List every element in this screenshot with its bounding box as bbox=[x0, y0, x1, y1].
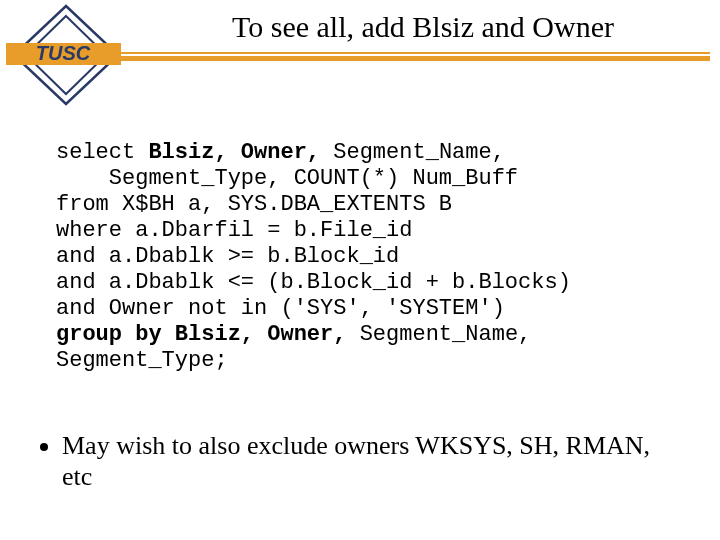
code-line-5: and a.Dbablk >= b.Block_id bbox=[56, 244, 399, 269]
logo-text: TUSC bbox=[36, 42, 91, 64]
title-divider-thin bbox=[110, 52, 710, 54]
code-line-9: Segment_Type; bbox=[56, 348, 228, 373]
code-line-1b-bold: Blsiz, Owner, bbox=[148, 140, 320, 165]
slide: TUSC To see all, add Blsiz and Owner sel… bbox=[0, 0, 720, 540]
title-divider-thick bbox=[110, 56, 710, 61]
code-line-4: where a.Dbarfil = b.File_id bbox=[56, 218, 412, 243]
diamond-icon: TUSC bbox=[6, 0, 126, 110]
code-line-8a-bold: group by Blsiz, Owner, bbox=[56, 322, 346, 347]
code-line-3: from X$BH a, SYS.DBA_EXTENTS B bbox=[56, 192, 452, 217]
bullet-item: May wish to also exclude owners WKSYS, S… bbox=[62, 430, 660, 492]
sql-code-block: select Blsiz, Owner, Segment_Name, Segme… bbox=[56, 140, 571, 374]
slide-title: To see all, add Blsiz and Owner bbox=[232, 10, 614, 44]
code-line-8b: Segment_Name, bbox=[346, 322, 531, 347]
bullet-list: May wish to also exclude owners WKSYS, S… bbox=[32, 430, 660, 492]
code-line-6: and a.Dbablk <= (b.Block_id + b.Blocks) bbox=[56, 270, 571, 295]
code-line-1a: select bbox=[56, 140, 148, 165]
code-line-2: Segment_Type, COUNT(*) Num_Buff bbox=[56, 166, 518, 191]
code-line-7: and Owner not in ('SYS', 'SYSTEM') bbox=[56, 296, 505, 321]
tusc-logo: TUSC bbox=[6, 0, 126, 114]
code-line-1c: Segment_Name, bbox=[320, 140, 505, 165]
